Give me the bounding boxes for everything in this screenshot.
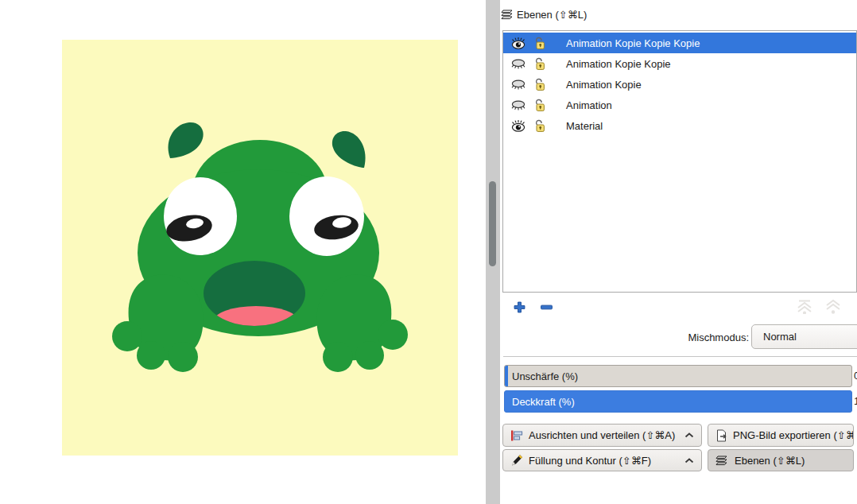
dock-button-label: PNG-Bild exportieren (⇧⌘E) <box>733 429 854 441</box>
panel-divider <box>503 356 857 357</box>
eye-open-icon <box>511 37 525 49</box>
lock-open-icon <box>534 37 545 50</box>
blend-mode-label: Mischmodus: <box>688 331 749 343</box>
dock-button-label: Füllung und Kontur (⇧⌘F) <box>529 455 651 467</box>
visibility-toggle[interactable] <box>511 99 525 111</box>
layer-row[interactable]: Animation Kopie Kopie <box>503 53 856 74</box>
layers-icon <box>501 9 514 21</box>
layer-label: Animation Kopie Kopie Kopie <box>566 37 700 49</box>
align-distribute-button[interactable]: Ausrichten und verteilen (⇧⌘A) <box>502 424 702 447</box>
layer-row[interactable]: Material <box>503 115 856 136</box>
blend-mode-select[interactable]: Normal <box>751 324 857 349</box>
lock-open-icon <box>534 119 545 133</box>
scrollbar-thumb[interactable] <box>489 181 496 266</box>
panel-title: Ebenen (⇧⌘L) <box>517 9 587 21</box>
export-png-button[interactable]: PNG-Bild exportieren (⇧⌘E) <box>708 424 854 447</box>
lock-open-icon <box>534 78 545 91</box>
lock-toggle[interactable] <box>534 99 545 112</box>
lock-toggle[interactable] <box>534 119 545 133</box>
eye-closed-icon <box>511 58 525 70</box>
lock-toggle[interactable] <box>534 78 545 91</box>
export-icon <box>715 429 727 442</box>
lock-toggle[interactable] <box>534 37 545 50</box>
lock-open-icon <box>534 99 545 112</box>
add-layer-button[interactable] <box>513 300 525 313</box>
align-icon <box>510 429 523 442</box>
horn-right <box>332 131 366 168</box>
visibility-toggle[interactable] <box>511 37 525 49</box>
blur-slider[interactable]: Unschärfe (%) <box>504 365 852 387</box>
layer-row[interactable]: Animation <box>503 95 856 115</box>
layer-label: Animation Kopie Kopie <box>566 58 671 70</box>
opacity-slider-label: Deckkraft (%) <box>505 396 575 408</box>
dock-button-label: Ebenen (⇧⌘L) <box>735 455 805 467</box>
fill-stroke-icon <box>510 454 523 467</box>
lock-open-icon <box>534 57 545 71</box>
blur-slider-label: Unschärfe (%) <box>505 370 578 382</box>
vertical-scrollbar[interactable] <box>486 0 500 504</box>
remove-layer-button[interactable] <box>540 304 553 310</box>
layer-row[interactable]: Animation Kopie <box>503 74 856 95</box>
opacity-value: 100 <box>854 390 857 413</box>
layer-row[interactable]: Animation Kopie Kopie Kopie <box>503 33 856 53</box>
inkscape-window: Ebenen (⇧⌘L) <box>0 0 857 504</box>
horn-left <box>168 122 203 158</box>
visibility-toggle[interactable] <box>511 79 525 91</box>
raise-layer-to-top-button[interactable] <box>795 299 814 314</box>
monster-body <box>112 140 408 372</box>
layer-list: Animation Kopie Kopie Kopie <box>502 30 857 293</box>
canvas-page[interactable] <box>62 40 458 456</box>
layer-label: Animation <box>566 99 612 111</box>
raise-layer-button[interactable] <box>824 299 843 314</box>
eye-closed-icon <box>511 79 525 91</box>
layers-panel-header: Ebenen (⇧⌘L) <box>501 6 587 22</box>
blur-value: 0 <box>854 365 857 387</box>
monster-drawing <box>62 40 458 456</box>
eye-open-icon <box>511 120 525 132</box>
visibility-toggle[interactable] <box>511 58 525 70</box>
dock-button-label: Ausrichten und verteilen (⇧⌘A) <box>529 429 675 441</box>
lock-toggle[interactable] <box>534 57 545 71</box>
fill-stroke-button[interactable]: Füllung und Kontur (⇧⌘F) <box>502 449 702 471</box>
layers-dialog-button[interactable]: Ebenen (⇧⌘L) <box>708 449 854 471</box>
visibility-toggle[interactable] <box>511 120 525 132</box>
collapse-chevron-icon <box>684 458 694 463</box>
opacity-slider[interactable]: Deckkraft (%) <box>504 390 852 413</box>
layer-label: Animation Kopie <box>566 79 642 91</box>
eye-closed-icon <box>511 99 525 111</box>
collapse-chevron-icon <box>684 432 694 438</box>
layers-icon <box>715 455 729 467</box>
layer-label: Material <box>566 120 603 132</box>
